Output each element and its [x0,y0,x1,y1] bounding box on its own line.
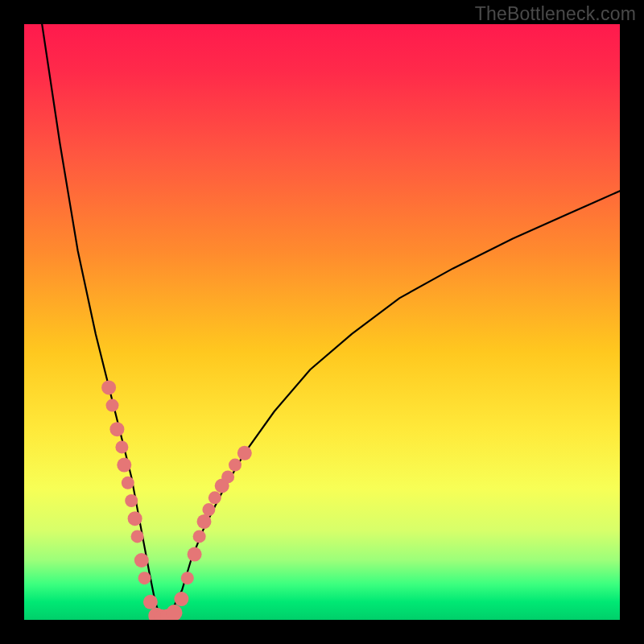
marker-dot [174,592,188,606]
marker-dot [197,514,212,529]
bottleneck-curve [42,24,620,620]
marker-dot [188,547,202,562]
marker-dot [237,446,252,460]
marker-dot [122,477,134,489]
watermark-text: TheBottleneck.com [475,3,636,25]
marker-dot [128,511,142,526]
marker-dot [115,440,128,453]
marker-dot [193,530,206,543]
marker-dot [117,458,131,473]
marker-dot [134,553,149,568]
marker-dot [143,595,158,609]
plot-area [24,24,620,620]
marker-dot [202,503,215,516]
marker-dot [109,422,124,436]
marker-dot [131,530,144,543]
marker-dot [229,459,242,472]
bottleneck-curve-svg [24,24,620,620]
marker-dot [167,605,183,620]
marker-dot [138,572,151,584]
marker-dot [221,470,234,483]
marker-dot [101,380,116,394]
marker-dot [208,491,221,504]
marker-group [101,380,252,620]
marker-dot [181,572,194,584]
marker-dot [106,399,119,412]
marker-dot [125,494,138,507]
chart-frame: TheBottleneck.com [0,0,644,644]
